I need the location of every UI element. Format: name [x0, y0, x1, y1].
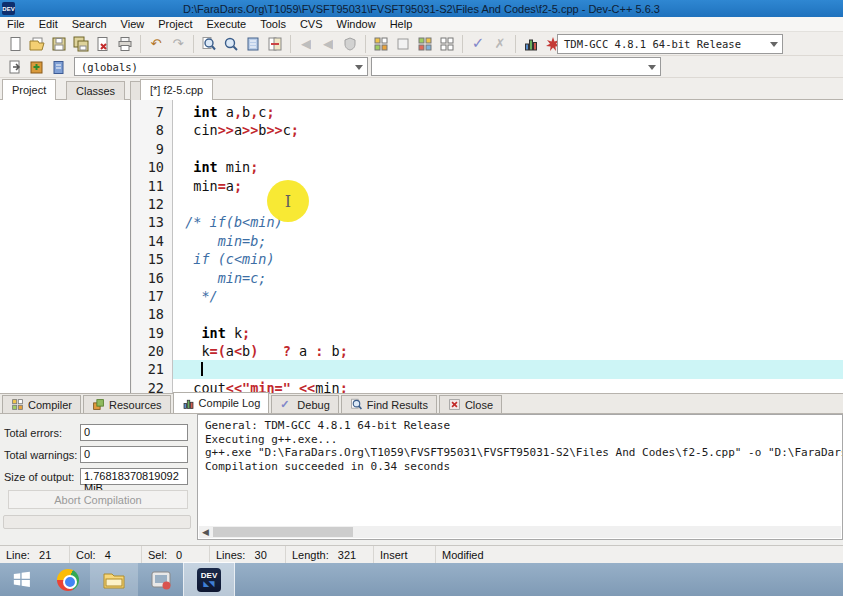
undo-button[interactable]: ↶	[145, 33, 167, 55]
line-number: 9	[132, 140, 173, 158]
project-tree-panel[interactable]	[0, 100, 131, 393]
menu-item-view[interactable]: View	[114, 17, 152, 32]
goto-declaration-button[interactable]	[339, 33, 361, 55]
editor-tab-f2-5[interactable]: [*] f2-5.cpp	[140, 79, 213, 100]
bottom-tab-compile-log[interactable]: Compile Log	[173, 392, 270, 413]
scroll-left-arrow-icon[interactable]: ◀	[199, 526, 212, 538]
menu-item-search[interactable]: Search	[65, 17, 114, 32]
menu-item-tools[interactable]: Tools	[253, 17, 293, 32]
bottom-tab-debug[interactable]: ✓Debug	[271, 395, 338, 413]
code-line-21[interactable]: 21	[132, 360, 843, 378]
code-text: */	[173, 287, 843, 305]
member-select[interactable]	[371, 57, 661, 76]
find-button[interactable]	[198, 33, 220, 55]
save-file-button[interactable]	[48, 33, 70, 55]
back-button[interactable]: ◀	[295, 33, 317, 55]
goto-declaration-icon	[342, 36, 358, 52]
menu-item-file[interactable]: File	[0, 17, 32, 32]
toolbar-class-browser: (globals)	[0, 56, 843, 78]
code-line-8[interactable]: 8 cin>>a>>b>>c;	[132, 121, 843, 139]
total-warnings-label: Total warnings:	[4, 449, 77, 461]
menu-item-help[interactable]: Help	[383, 17, 420, 32]
abort-compilation-button[interactable]: Abort Compilation	[8, 490, 188, 509]
code-line-10[interactable]: 10 int min;	[132, 158, 843, 176]
taskbar-chrome-icon[interactable]	[46, 563, 90, 596]
status-bar: Line: 21Col: 4Sel: 0Lines: 30Length: 321…	[0, 545, 843, 563]
code-line-19[interactable]: 19 int k;	[132, 324, 843, 342]
save-all-button[interactable]	[70, 33, 92, 55]
code-line-20[interactable]: 20 k=(a<b) ? a : b;	[132, 342, 843, 360]
replace-button[interactable]	[220, 33, 242, 55]
bar-chart-icon	[182, 397, 195, 410]
print-icon	[117, 36, 133, 52]
code-line-14[interactable]: 14 min=b;	[132, 232, 843, 250]
mouse-cursor-highlight: I	[267, 180, 309, 222]
taskbar-file-explorer-icon[interactable]	[90, 563, 138, 596]
insert-snippet-button[interactable]	[4, 56, 26, 78]
syntax-check-button[interactable]: ✓	[467, 33, 489, 55]
code-line-13[interactable]: 13 /* if(b<min)	[132, 213, 843, 231]
side-tab-classes[interactable]: Classes	[66, 81, 125, 100]
abort-compilation-button[interactable]: ✗	[489, 33, 511, 55]
forward-button[interactable]: ◀	[317, 33, 339, 55]
code-line-9[interactable]: 9	[132, 140, 843, 158]
code-text: min=c;	[173, 269, 843, 287]
code-line-11[interactable]: 11 min=a;	[132, 177, 843, 195]
title-bar[interactable]: DEV D:\FaraDars.Org\T1059\FVSFT95031\FVS…	[0, 0, 843, 17]
bottom-tab-compiler[interactable]: Compiler	[2, 395, 81, 413]
taskbar-start-button[interactable]	[0, 563, 46, 596]
total-warnings-field[interactable]: 0	[80, 446, 188, 463]
code-line-22[interactable]: 22 cout<<"min=" <<min;	[132, 379, 843, 393]
open-file-button[interactable]	[26, 33, 48, 55]
line-number: 19	[132, 324, 173, 342]
size-of-output-field[interactable]: 1.76818370819092 MiB	[80, 468, 188, 485]
bottom-tab-find-results[interactable]: Find Results	[341, 395, 437, 413]
back-icon: ◀	[301, 36, 311, 52]
log-horizontal-scrollbar[interactable]: ◀	[199, 526, 841, 538]
menu-item-cvs[interactable]: CVS	[293, 17, 330, 32]
swap-header-source-button[interactable]	[264, 33, 286, 55]
code-text: cin>>a>>b>>c;	[173, 121, 843, 139]
code-line-15[interactable]: 15 if (c<min)	[132, 250, 843, 268]
line-number: 22	[132, 379, 173, 393]
code-line-12[interactable]: 12	[132, 195, 843, 213]
bottom-tab-resources[interactable]: Resources	[83, 395, 171, 413]
menu-item-edit[interactable]: Edit	[32, 17, 65, 32]
code-line-7[interactable]: 7 int a,b,c;	[132, 103, 843, 121]
total-errors-field[interactable]: 0	[80, 424, 188, 441]
menu-item-project[interactable]: Project	[151, 17, 199, 32]
code-editor[interactable]: 7 int a,b,c;8 cin>>a>>b>>c;910 int min;1…	[132, 100, 843, 393]
print-button[interactable]	[114, 33, 136, 55]
goto-line-button[interactable]	[242, 33, 264, 55]
compile-log-output[interactable]: General: TDM-GCC 4.8.1 64-bit ReleaseExe…	[197, 414, 843, 540]
taskbar-dev-cpp-icon[interactable]: DEV◣◥	[184, 563, 234, 596]
menu-item-window[interactable]: Window	[330, 17, 383, 32]
globals-select[interactable]: (globals)	[74, 57, 368, 76]
compile-run-button[interactable]	[414, 33, 436, 55]
redo-button[interactable]: ↷	[167, 33, 189, 55]
menu-item-execute[interactable]: Execute	[199, 17, 253, 32]
goto-bookmark-button[interactable]	[48, 56, 70, 78]
devcpp-window: DEV D:\FaraDars.Org\T1059\FVSFT95031\FVS…	[0, 0, 843, 596]
bottom-tab-close[interactable]: Close	[439, 395, 502, 413]
close-file-button[interactable]	[92, 33, 114, 55]
text-caret	[201, 362, 203, 376]
code-line-18[interactable]: 18	[132, 305, 843, 323]
undo-icon: ↶	[151, 36, 162, 52]
run-button[interactable]	[392, 33, 414, 55]
taskbar-screen-recorder-icon[interactable]	[138, 563, 184, 596]
total-errors-label: Total errors:	[4, 427, 62, 439]
compiler-select[interactable]: TDM-GCC 4.8.1 64-bit Release	[557, 34, 783, 54]
scrollbar-thumb[interactable]	[213, 527, 353, 537]
new-file-button[interactable]	[4, 33, 26, 55]
rebuild-all-button[interactable]	[436, 33, 458, 55]
side-tab-project[interactable]: Project	[2, 79, 56, 100]
code-line-17[interactable]: 17 */	[132, 287, 843, 305]
code-line-16[interactable]: 16 min=c;	[132, 269, 843, 287]
status-segment-4: Length: 321	[286, 546, 374, 563]
compile-button[interactable]	[370, 33, 392, 55]
line-number: 12	[132, 195, 173, 213]
profile-button[interactable]	[520, 33, 542, 55]
toggle-bookmark-icon	[29, 59, 45, 75]
toggle-bookmark-button[interactable]	[26, 56, 48, 78]
